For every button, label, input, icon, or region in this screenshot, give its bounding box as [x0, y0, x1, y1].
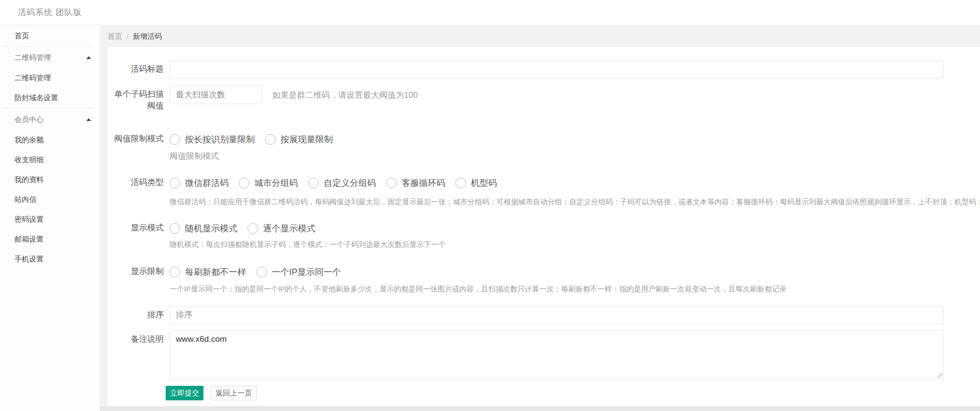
sort-input[interactable]: [170, 306, 944, 324]
field-label: 显示模式: [113, 223, 164, 233]
radio-limit-by-longpress[interactable]: 按长按识别量限制: [170, 134, 255, 145]
top-header: 活码系统 团队版: [0, 0, 980, 25]
form-actions: 立即提交 返回上一页: [166, 386, 980, 400]
radio-circle-icon[interactable]: [239, 178, 249, 188]
radio-circle-icon[interactable]: [170, 178, 180, 188]
form-row-sort: 排序: [113, 306, 980, 324]
radio-device-model-code[interactable]: 机型码: [455, 177, 497, 189]
form-row-display-mode: 显示模式 随机显示模式 逐个显示模式 随机模式：每次扫描都随机显示子码，逐个模式…: [113, 223, 980, 249]
field-label: 排序: [113, 306, 164, 324]
radio-custom-group-code[interactable]: 自定义分组码: [308, 177, 376, 189]
radio-circle-icon[interactable]: [386, 178, 397, 188]
radio-circle-icon[interactable]: [170, 134, 180, 145]
field-label: 活码标题: [113, 60, 164, 78]
sidebar-item-home[interactable]: 首页: [0, 26, 100, 46]
radio-same-per-ip[interactable]: 一个IP显示同一个: [256, 266, 341, 278]
field-label: 显示限制: [113, 266, 164, 277]
sidebar: 首页 二维码管理 二维码管理 防封域名设置 会员中心 我的余额 收支明细 我的资…: [0, 26, 100, 411]
sidebar-divider: [2, 108, 93, 108]
sidebar-group-label: 二维码管理: [15, 53, 51, 61]
breadcrumb-current: 新增活码: [133, 32, 162, 41]
sidebar-group-label: 会员中心: [15, 115, 44, 123]
field-label: 备注说明: [113, 330, 164, 345]
form-row-remark: 备注说明 www.x6d.com: [113, 330, 980, 380]
radio-change-every-refresh[interactable]: 每刷新都不一样: [170, 266, 246, 278]
radio-circle-icon[interactable]: [256, 267, 267, 277]
resize-grip-icon[interactable]: [937, 373, 943, 378]
breadcrumb-home-link[interactable]: 首页: [108, 32, 122, 41]
submit-button[interactable]: 立即提交: [166, 386, 203, 400]
field-hint: 随机模式：每次扫描都随机显示子码，逐个模式：一个子码到达最大次数后显示下一个: [170, 240, 446, 249]
sidebar-group-member-center[interactable]: 会员中心: [0, 109, 100, 130]
sidebar-item-my-profile[interactable]: 我的资料: [0, 169, 100, 189]
sidebar-item-phone-settings[interactable]: 手机设置: [0, 249, 100, 269]
sidebar-item-site-message[interactable]: 站内信: [0, 189, 100, 209]
form-row-display-limit: 显示限制 每刷新都不一样 一个IP显示同一个 一个IP显示同一个：指的是同一个I…: [113, 266, 980, 294]
sidebar-item-my-balance[interactable]: 我的余额: [0, 130, 100, 150]
radio-circle-icon[interactable]: [248, 223, 258, 234]
sidebar-item-email-settings[interactable]: 邮箱设置: [0, 229, 100, 249]
remark-textarea[interactable]: www.x6d.com: [170, 330, 944, 380]
sidebar-group-qrcode-management[interactable]: 二维码管理: [0, 47, 100, 68]
form-row-livecode-type: 活码类型 微信群活码 城市分组码 自定义分组码: [113, 177, 980, 207]
radio-circle-icon[interactable]: [455, 178, 466, 188]
title-input[interactable]: [170, 60, 944, 78]
sidebar-item-password-settings[interactable]: 密码设置: [0, 209, 100, 229]
sidebar-item-antiblock-domain[interactable]: 防封域名设置: [0, 88, 100, 107]
radio-random-display-mode[interactable]: 随机显示模式: [170, 223, 237, 234]
main-content: 首页 / 新增活码 活码标题 单个子码扫描阀值 如果是群二维码，请设置最大阀值为…: [100, 26, 980, 411]
field-label: 活码类型: [113, 177, 164, 188]
field-label: 单个子码扫描阀值: [113, 86, 164, 112]
radio-circle-icon[interactable]: [170, 223, 180, 234]
radio-sequential-display-mode[interactable]: 逐个显示模式: [248, 223, 315, 234]
sidebar-item-income-expense[interactable]: 收支明细: [0, 150, 100, 169]
field-hint: 微信群活码：只能应用于微信群二维码活码，每码阀值达到最大后，固定显示最后一张；城…: [170, 197, 980, 207]
sidebar-item-qrcode-management[interactable]: 二维码管理: [0, 68, 100, 88]
radio-wechat-group-code[interactable]: 微信群活码: [170, 177, 229, 189]
field-hint: 一个IP显示同一个：指的是同一个IP的个人，不管他刷新多少次，显示的都是同一张图…: [170, 284, 786, 294]
field-hint: 如果是群二维码，请设置最大阀值为100: [272, 90, 418, 101]
form-row-title: 活码标题: [113, 60, 980, 78]
breadcrumb: 首页 / 新增活码: [100, 26, 980, 47]
form-card: 活码标题 单个子码扫描阀值 如果是群二维码，请设置最大阀值为100 阀值限制模式: [108, 47, 980, 411]
max-scan-count-input[interactable]: [170, 86, 262, 104]
radio-service-loop-code[interactable]: 客服循环码: [386, 177, 445, 189]
chevron-up-icon: [86, 118, 91, 121]
chevron-up-icon: [86, 56, 91, 59]
radio-circle-icon[interactable]: [308, 178, 319, 188]
form-row-threshold-limit-mode: 阀值限制模式 按长按识别量限制 按展现量限制 阀值限制模式: [113, 134, 980, 161]
back-button[interactable]: 返回上一页: [211, 386, 257, 400]
sidebar-divider: [2, 46, 93, 46]
field-label: 阀值限制模式: [113, 134, 164, 144]
breadcrumb-separator: /: [126, 32, 128, 41]
form-row-scan-threshold: 单个子码扫描阀值 如果是群二维码，请设置最大阀值为100: [113, 86, 980, 112]
field-hint: 阀值限制模式: [170, 152, 343, 161]
horizontal-scrollbar[interactable]: [100, 406, 980, 411]
radio-circle-icon[interactable]: [265, 134, 276, 145]
radio-circle-icon[interactable]: [170, 267, 180, 277]
radio-city-group-code[interactable]: 城市分组码: [239, 177, 298, 189]
app-logo: 活码系统 团队版: [0, 7, 82, 18]
radio-limit-by-impression[interactable]: 按展现量限制: [265, 134, 333, 145]
